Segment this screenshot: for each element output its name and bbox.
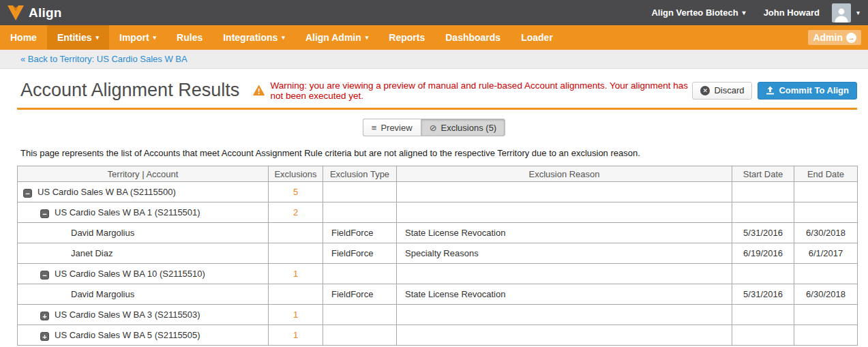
exclusion-type: FieldForce (323, 223, 397, 243)
veeva-v-icon (7, 5, 25, 21)
nav-item-rules[interactable]: Rules (166, 25, 213, 50)
table-row: −US Cardio Sales W BA 10 (S2115510) 1 (18, 264, 858, 284)
expand-icon[interactable]: + (40, 312, 49, 320)
x-circle-icon: ✕ (700, 86, 710, 95)
end-date: 6/1/2017 (794, 243, 858, 264)
user-menu-chevron-icon[interactable]: ▾ (856, 9, 860, 16)
chevron-down-icon: ▾ (743, 9, 746, 16)
exclusion-reason: Specialty Reasons (397, 243, 732, 264)
table-row: +US Cardio Sales W BA 5 (S2115505) 1 (18, 325, 858, 346)
col-end-date: End Date (794, 166, 858, 182)
tab-preview[interactable]: ≡ Preview (363, 119, 421, 136)
table-row: −US Cardio Sales W BA 1 (S2115501) 2 (18, 202, 858, 223)
territory-name: US Cardio Sales W BA (S2115500) (38, 187, 176, 197)
exclusion-reason: State License Revocation (397, 223, 732, 243)
tab-exclusions[interactable]: ⊘ Exclusions (5) (421, 119, 506, 136)
table-row: Janet Diaz FieldForce Specialty Reasons … (18, 243, 858, 264)
col-start-date: Start Date (732, 166, 794, 182)
nav-item-integrations[interactable]: Integrations▾ (213, 25, 295, 50)
align-logo[interactable]: Align (7, 5, 62, 21)
table-row: −US Cardio Sales W BA (S2115500) 5 (18, 182, 858, 202)
company-selector[interactable]: Align Verteo Biotech ▾ (651, 7, 745, 18)
chevron-down-icon: ▾ (282, 34, 285, 41)
table-row: David Margolius FieldForce State License… (18, 284, 858, 305)
no-entry-icon: ⊘ (430, 123, 437, 133)
expand-icon[interactable]: + (40, 332, 49, 341)
nav-item-loader[interactable]: Loader (511, 25, 563, 50)
start-date: 5/31/2016 (732, 223, 794, 243)
account-name: David Margolius (71, 228, 134, 238)
exclusion-reason: State License Revocation (397, 284, 732, 305)
brand-name: Align (29, 5, 62, 20)
table-row: +US Cardio Sales W BA 3 (S2115503) 1 (18, 305, 858, 325)
exclusion-count: 5 (269, 182, 323, 202)
table-header-row: Territory | Account Exclusions Exclusion… (18, 166, 858, 182)
territory-name: US Cardio Sales W BA 1 (S2115501) (55, 207, 200, 217)
exclusion-count: 1 (269, 325, 323, 346)
end-date: 6/30/2018 (794, 284, 858, 305)
territory-name: US Cardio Sales W BA 10 (S2115510) (55, 269, 205, 279)
nav-item-entities[interactable]: Entities▾ (47, 25, 109, 50)
exclusion-count: 1 (269, 264, 323, 284)
nav-item-import[interactable]: Import▾ (109, 25, 166, 50)
warning-icon (253, 84, 265, 97)
commit-to-align-button[interactable]: Commit To Align (758, 82, 857, 100)
user-name: John Howard (764, 7, 820, 18)
exclusion-count: 1 (269, 305, 323, 325)
chevron-down-icon: ▾ (153, 34, 157, 41)
chevron-down-icon: ▾ (95, 34, 99, 41)
exclusion-count: 2 (269, 202, 323, 223)
top-bar: Align Align Verteo Biotech ▾ John Howard… (0, 0, 868, 25)
nav-item-align-admin[interactable]: Align Admin▾ (295, 25, 378, 50)
col-exclusion-reason: Exclusion Reason (397, 166, 732, 182)
nav-item-home[interactable]: Home (0, 25, 47, 50)
collapse-icon[interactable]: − (23, 189, 32, 198)
company-name: Align Verteo Biotech (651, 7, 738, 18)
page-description: This page represents the list of Account… (20, 148, 868, 158)
account-name: David Margolius (71, 289, 134, 299)
end-date: 6/30/2018 (794, 223, 858, 243)
col-exclusion-type: Exclusion Type (323, 166, 397, 182)
main-nav: Home Entities▾ Import▾ Rules Integration… (0, 25, 868, 50)
person-icon (833, 6, 850, 22)
arrow-right-circle-icon: → (846, 33, 856, 43)
back-to-territory-link[interactable]: « Back to Territory: US Cardio Sales W B… (20, 54, 188, 64)
table-row: David Margolius FieldForce State License… (18, 223, 858, 243)
warning-message: Warning: you are viewing a preview of ma… (270, 80, 692, 101)
avatar[interactable] (832, 3, 851, 22)
account-name: Janet Diaz (71, 248, 113, 258)
col-exclusions: Exclusions (269, 166, 323, 182)
territory-name: US Cardio Sales W BA 3 (S2115503) (55, 310, 200, 320)
start-date: 6/19/2016 (732, 243, 794, 264)
nav-item-dashboards[interactable]: Dashboards (435, 25, 511, 50)
title-divider (17, 108, 857, 110)
title-row: Account Alignment Results Warning: you a… (0, 69, 868, 101)
list-icon: ≡ (372, 123, 377, 133)
breadcrumb: « Back to Territory: US Cardio Sales W B… (0, 50, 868, 69)
page-title: Account Alignment Results (20, 80, 239, 101)
view-tabs: ≡ Preview ⊘ Exclusions (5) (0, 119, 868, 136)
exclusions-table: Territory | Account Exclusions Exclusion… (17, 166, 858, 346)
collapse-icon[interactable]: − (40, 209, 49, 218)
upload-icon (766, 86, 775, 95)
exclusion-type: FieldForce (323, 284, 397, 305)
start-date: 5/31/2016 (732, 284, 794, 305)
nav-item-reports[interactable]: Reports (378, 25, 435, 50)
exclusion-type: FieldForce (323, 243, 397, 264)
chevron-down-icon: ▾ (365, 34, 369, 41)
territory-name: US Cardio Sales W BA 5 (S2115505) (55, 330, 200, 340)
discard-button[interactable]: ✕ Discard (692, 82, 752, 100)
col-territory-account: Territory | Account (18, 166, 269, 182)
collapse-icon[interactable]: − (40, 271, 49, 280)
admin-toggle[interactable]: Admin → (808, 30, 861, 45)
